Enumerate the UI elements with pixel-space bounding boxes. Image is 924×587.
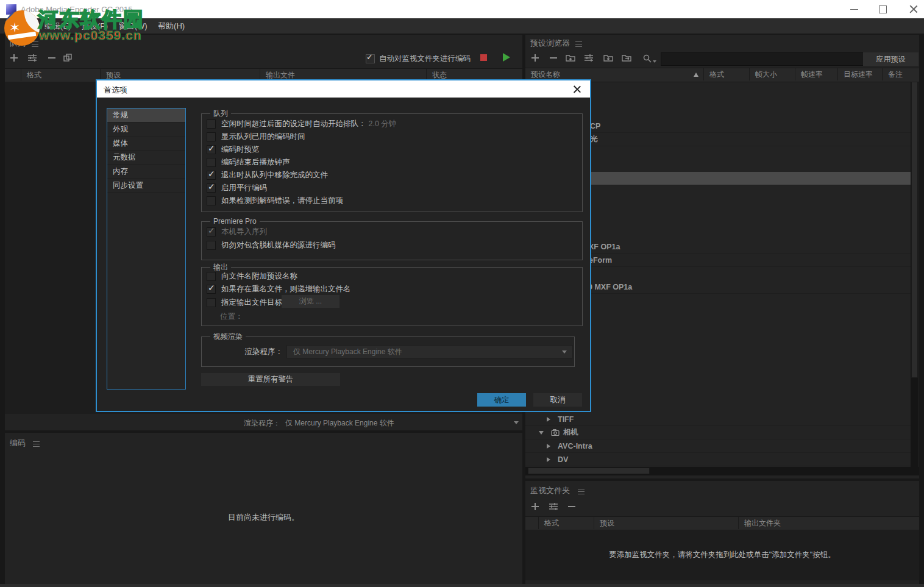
queue-col-format[interactable]: 格式 <box>21 69 101 81</box>
tree-row-camera[interactable]: 相机 <box>525 426 911 439</box>
queue-renderer-value[interactable]: 仅 Mercury Playback Engine 软件 <box>285 418 394 429</box>
preset-col-comment[interactable]: 备注 <box>883 68 919 80</box>
expand-arrow-icon[interactable] <box>547 444 550 449</box>
dialog-titlebar[interactable]: 首选项 <box>97 80 590 98</box>
checkbox[interactable]: ✓ <box>207 285 216 294</box>
vertical-scrollbar-thumb[interactable] <box>911 82 918 378</box>
preset-col-name[interactable]: 预设名称 <box>525 68 704 80</box>
tree-row-tiff[interactable]: TIFF <box>525 413 911 426</box>
nav-item-appearance[interactable]: 外观 <box>107 123 185 137</box>
preferences-nav: 常规 外观 媒体 元数据 内存 同步设置 <box>107 108 186 390</box>
checkbox[interactable] <box>207 158 216 167</box>
pref-row-no-offline-media[interactable]: 切勿对包含脱机媒体的源进行编码 <box>207 240 336 250</box>
checkbox[interactable] <box>207 196 216 205</box>
renderer-dropdown[interactable]: 仅 Mercury Playback Engine 软件 <box>286 345 573 358</box>
horizontal-scrollbar[interactable] <box>525 467 919 475</box>
collapse-arrow-icon[interactable] <box>539 431 544 435</box>
menu-edit[interactable]: 编辑(E) <box>44 18 71 34</box>
search-filter-caret-icon[interactable] <box>653 60 656 63</box>
maximize-button[interactable] <box>869 0 897 18</box>
new-group-folder-icon[interactable] <box>566 53 577 64</box>
encoding-panel-menu-icon[interactable] <box>33 441 40 447</box>
sort-ascending-icon[interactable] <box>694 73 698 77</box>
nav-item-memory[interactable]: 内存 <box>107 165 185 179</box>
cancel-button[interactable]: 取消 <box>533 393 582 407</box>
group-video-rendering-label: 视频渲染 <box>210 332 246 341</box>
tree-row-avc-intra[interactable]: AVC-Intra <box>525 439 911 453</box>
menu-preset[interactable]: 预设(P) <box>82 18 108 34</box>
reset-warnings-button[interactable]: 重置所有警告 <box>201 373 340 386</box>
expand-arrow-icon[interactable] <box>547 417 550 422</box>
horizontal-scrollbar-thumb[interactable] <box>528 468 650 474</box>
remove-source-icon[interactable] <box>46 52 57 63</box>
pref-row-stop-on-decode-error[interactable]: 如果检测到解码错误，请停止当前项 <box>207 196 343 205</box>
wf-col-output-folder[interactable]: 输出文件夹 <box>739 517 919 529</box>
pref-row-parallel-encoding[interactable]: ✓ 启用平行编码 <box>207 183 267 193</box>
menu-file[interactable]: 文件(F) <box>8 18 34 34</box>
pref-row-preview-while-encoding[interactable]: ✓ 编码时预览 <box>207 144 260 154</box>
stop-queue-button[interactable] <box>480 54 487 61</box>
create-preset-icon[interactable] <box>530 53 541 64</box>
add-source-icon[interactable] <box>9 52 20 63</box>
nav-item-sync[interactable]: 同步设置 <box>107 179 185 193</box>
preset-col-framesize[interactable]: 帧大小 <box>750 68 795 80</box>
checkbox[interactable] <box>207 241 216 250</box>
menu-bar: 文件(F) 编辑(E) 预设(P) 窗口(W) 帮助(H) <box>0 18 924 34</box>
pref-row-auto-start[interactable]: 空闲时间超过后面的设定时自动开始排队： 2.0 分钟 <box>207 119 396 129</box>
preset-search-input[interactable] <box>661 52 865 66</box>
menu-window[interactable]: 窗口(W) <box>119 18 147 34</box>
minimize-button[interactable] <box>840 0 869 18</box>
checkbox[interactable] <box>207 298 216 307</box>
browse-button[interactable]: 浏览 ... <box>282 295 339 308</box>
nav-item-general[interactable]: 常规 <box>107 109 185 123</box>
close-button[interactable] <box>896 0 924 18</box>
checkbox[interactable] <box>207 272 216 281</box>
window-title: Adobe Media Encoder CC 2015 <box>21 5 133 14</box>
dialog-close-icon[interactable] <box>573 85 581 93</box>
preset-col-format[interactable]: 格式 <box>704 68 750 80</box>
renderer-label: 渲染程序： <box>243 347 283 357</box>
add-folder-icon[interactable] <box>530 502 541 513</box>
app-logo-icon <box>6 4 16 15</box>
settings-sliders-icon[interactable] <box>27 52 38 63</box>
folder-settings-icon[interactable] <box>549 502 560 513</box>
vertical-scrollbar[interactable] <box>911 82 919 467</box>
checkbox[interactable] <box>207 119 216 129</box>
watch-folders-drop-area[interactable]: 要添加监视文件夹，请将文件夹拖到此处或单击"添加文件夹"按钮。 <box>525 530 919 580</box>
wf-col-format[interactable]: 格式 <box>539 517 594 529</box>
apply-preset-button[interactable]: 应用预设 <box>863 52 919 66</box>
ok-button[interactable]: 确定 <box>477 393 526 407</box>
preset-col-bitrate[interactable]: 目标速率 <box>838 68 883 80</box>
checkbox[interactable]: ✓ <box>207 145 216 154</box>
export-preset-icon[interactable] <box>622 53 633 64</box>
queue-panel-menu-icon[interactable] <box>32 41 38 47</box>
preferences-dialog: 首选项 常规 外观 媒体 元数据 内存 同步设置 队列 空闲时间超过后面的设定时… <box>96 79 591 412</box>
checkbox[interactable]: ✓ <box>207 183 216 193</box>
preset-col-framerate[interactable]: 帧速率 <box>795 68 838 80</box>
queue-renderer-dropdown-icon[interactable] <box>514 421 519 424</box>
search-icon[interactable] <box>642 54 653 65</box>
menu-help[interactable]: 帮助(H) <box>158 18 185 34</box>
import-preset-icon[interactable] <box>603 53 614 64</box>
pref-row-append-preset-name[interactable]: 向文件名附加预设名称 <box>207 271 297 281</box>
pref-row-show-elapsed[interactable]: 显示队列已用的编码时间 <box>207 132 305 141</box>
nav-item-media[interactable]: 媒体 <box>107 137 185 151</box>
preset-browser-menu-icon[interactable] <box>575 41 582 47</box>
pref-row-chime[interactable]: 编码结束后播放钟声 <box>207 157 290 167</box>
watch-folders-menu-icon[interactable] <box>578 489 585 494</box>
duplicate-icon[interactable] <box>62 52 73 63</box>
wf-col-preset[interactable]: 预设 <box>594 517 739 529</box>
checkbox[interactable] <box>207 132 216 141</box>
auto-encode-checkbox[interactable]: ✓ <box>366 54 375 63</box>
checkbox[interactable]: ✓ <box>207 171 216 180</box>
pref-row-increment-filename[interactable]: ✓ 如果存在重名文件，则递增输出文件名 <box>207 284 351 294</box>
pref-row-remove-completed[interactable]: ✓ 退出时从队列中移除完成的文件 <box>207 170 328 180</box>
expand-arrow-icon[interactable] <box>547 457 550 462</box>
nav-item-metadata[interactable]: 元数据 <box>107 151 185 165</box>
tree-row-dv[interactable]: DV <box>525 453 911 466</box>
preset-settings-icon[interactable] <box>584 53 595 64</box>
delete-preset-icon[interactable] <box>549 53 560 64</box>
remove-folder-icon[interactable] <box>567 502 578 513</box>
start-queue-button[interactable] <box>503 53 510 62</box>
pref-row-specify-output[interactable]: 指定输出文件目标： <box>207 297 290 307</box>
